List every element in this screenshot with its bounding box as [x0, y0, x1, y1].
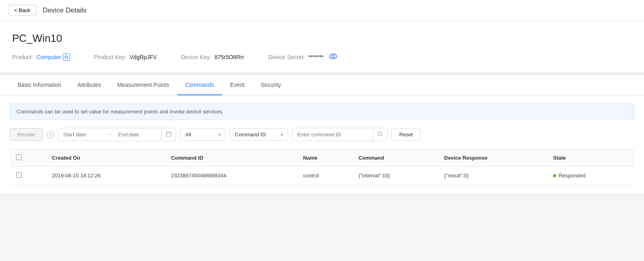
state-badge: Responded: [553, 173, 628, 179]
device-name: PC_Win10: [12, 32, 632, 45]
cell-0[interactable]: [10, 166, 46, 185]
calendar-icon[interactable]: [162, 128, 176, 141]
svg-point-2: [329, 54, 337, 59]
toolbar: Revoke ? ~ AllPendingRespondedExpired: [10, 128, 634, 141]
device-secret-meta: Device Secret: *******: [268, 53, 337, 61]
svg-point-3: [332, 55, 334, 58]
search-input[interactable]: [292, 129, 373, 140]
toggle-secret-icon[interactable]: [329, 53, 337, 61]
svg-line-9: [381, 135, 383, 137]
tab-attributes[interactable]: Attributes: [69, 75, 109, 95]
col-command-id: Command ID: [165, 150, 297, 166]
state-label: Responded: [559, 173, 586, 179]
commands-table: Created OnCommand IDNameCommandDevice Re…: [10, 149, 634, 185]
state-cell: Responded: [547, 166, 634, 185]
select-all-header[interactable]: [10, 150, 46, 166]
product-key-value: VdgRpJFV: [130, 54, 157, 60]
info-banner: Commands can be used to set value for me…: [10, 103, 634, 120]
device-key-label: Device Key:: [181, 54, 211, 60]
tab-event[interactable]: Event: [222, 75, 253, 95]
tab-commands[interactable]: Commands: [177, 75, 222, 95]
product-key-meta: Product Key: VdgRpJFV: [94, 54, 157, 60]
commands-content: Commands can be used to set value for me…: [0, 95, 644, 193]
command-id-filter-wrapper[interactable]: Command IDCommand Name ▼: [230, 128, 288, 141]
col-name: Name: [297, 150, 352, 166]
select-all-checkbox[interactable]: [16, 154, 22, 160]
row-checkbox[interactable]: [16, 172, 22, 178]
col-created-on: Created On: [46, 150, 165, 166]
device-key-value: 875r5O8Rrr: [214, 54, 244, 60]
device-meta: Product: Computer Product Key: VdgRpJFV …: [12, 53, 632, 61]
help-icon[interactable]: ?: [47, 131, 54, 138]
command-id-cell: 2323887450488889344: [165, 166, 297, 185]
status-filter-select[interactable]: AllPendingRespondedExpired: [180, 128, 226, 141]
svg-line-1: [67, 58, 68, 59]
product-search-icon[interactable]: [63, 53, 70, 61]
product-key-label: Product Key:: [94, 54, 126, 60]
product-label: Product:: [12, 54, 33, 60]
table-row: 2019-08-15 18:12:262323887450488889344co…: [10, 166, 634, 185]
search-input-wrap[interactable]: [292, 128, 387, 141]
reset-button[interactable]: Reset: [391, 128, 420, 141]
name-cell: control: [297, 166, 352, 185]
status-filter-wrapper[interactable]: AllPendingRespondedExpired ▼: [180, 128, 226, 141]
search-button[interactable]: [373, 128, 387, 141]
page-title: Device Details: [43, 6, 87, 14]
product-value: Computer: [36, 53, 70, 61]
col-state: State: [547, 150, 634, 166]
svg-rect-4: [166, 132, 171, 136]
revoke-button: Revoke: [10, 128, 43, 141]
device-info-panel: PC_Win10 Product: Computer Product Key: …: [0, 21, 644, 75]
device-response-cell: {"result":0}: [438, 166, 547, 185]
device-secret-label: Device Secret:: [268, 54, 305, 60]
col-device-response: Device Response: [438, 150, 547, 166]
date-separator: ~: [107, 132, 113, 138]
command-cell: {"interval":10}: [352, 166, 438, 185]
end-date-input[interactable]: [113, 129, 162, 140]
col-command: Command: [352, 150, 438, 166]
start-date-input[interactable]: [58, 129, 107, 140]
command-id-filter-select[interactable]: Command IDCommand Name: [230, 128, 288, 141]
top-bar: < Back Device Details: [0, 0, 644, 21]
tabs-bar: Basic InformationAttributesMeasurement P…: [0, 75, 644, 95]
tab-measurement-points[interactable]: Measurement Points: [109, 75, 177, 95]
tab-security[interactable]: Security: [253, 75, 289, 95]
device-key-meta: Device Key: 875r5O8Rrr: [181, 54, 244, 60]
device-secret-value: *******: [308, 54, 323, 60]
content-area: Basic InformationAttributesMeasurement P…: [0, 75, 644, 193]
state-dot: [553, 174, 556, 177]
date-range-picker[interactable]: ~: [58, 128, 176, 141]
created-on-cell: 2019-08-15 18:12:26: [46, 166, 165, 185]
product-meta: Product: Computer: [12, 53, 70, 61]
back-button[interactable]: < Back: [8, 5, 36, 16]
tab-basic-information[interactable]: Basic Information: [10, 75, 69, 95]
